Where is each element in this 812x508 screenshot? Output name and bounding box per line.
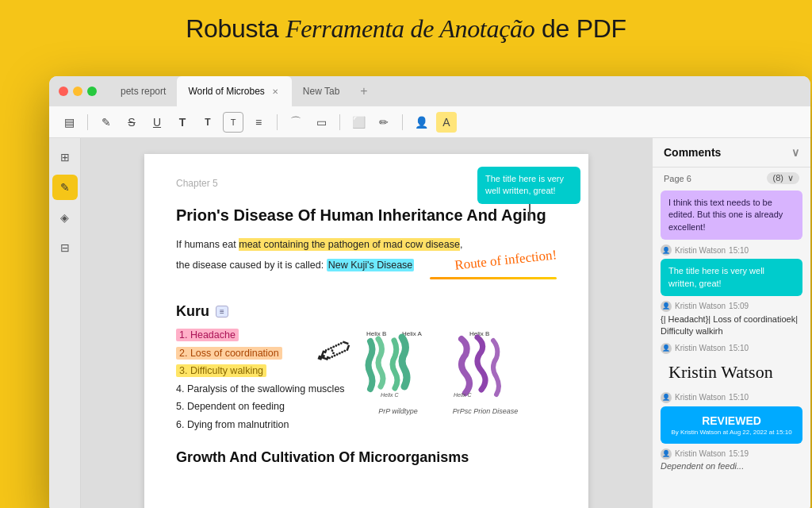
toolbar-text-t2-icon[interactable]: T (197, 112, 218, 133)
protein-prion-label: PrPsc Prion Disease (446, 407, 525, 415)
left-sidebar: ⊞ ✎ ◈ ⊟ (49, 138, 81, 508)
comments-title: Comments (664, 146, 721, 159)
list-item-5: 5. Dependent on feeding (176, 398, 350, 416)
section-heading-kuru: Kuru ≡ (176, 303, 557, 320)
tab-new-tab[interactable]: New Tab (292, 76, 350, 106)
toolbar-strikethrough-icon[interactable]: S (121, 112, 142, 133)
toolbar-separator-2 (277, 114, 278, 130)
protein-diagram-area: 🖊 Helix B Helix A Helix (358, 326, 557, 433)
author-avatar-3: 👤 (661, 343, 672, 354)
toolbar-user-icon[interactable]: 👤 (411, 112, 431, 133)
comment-meta-4: 👤 Kristin Watson 15:10 (661, 392, 802, 403)
section1-text: Kuru (176, 303, 209, 320)
comment-meta-5: 👤 Kristin Watson 15:19 (661, 448, 802, 460)
pdf-area[interactable]: The title here is very well written, gre… (81, 138, 652, 508)
svg-text:Helix B: Helix B (366, 330, 386, 337)
author-avatar-4: 👤 (661, 392, 672, 403)
paragraph1-pre: If humans eat (176, 239, 239, 250)
protein-wildtype-label: PrP wildtype (358, 407, 438, 415)
author-time-4: 15:10 (729, 393, 749, 402)
toolbar-square-icon[interactable]: ⬜ (348, 112, 369, 133)
author-name-3: Kristin Watson (675, 344, 726, 352)
svg-text:Helix C: Helix C (454, 392, 473, 398)
comment-body-3: {| Headacht}| Loss of coordinatioek| Dif… (661, 314, 802, 338)
route-underline (430, 277, 557, 279)
pdf-paragraph2: the disease caused by it is called: New … (176, 257, 557, 273)
section2-heading: Growth And Cultivation Of Microorganisms (176, 449, 557, 466)
author-name-2: Kristin Watson (675, 302, 726, 310)
page-section: Page 6 (8) ∨ (653, 167, 810, 187)
banner-prefix: Robusta (186, 14, 285, 43)
toolbar-text-t-icon[interactable]: T (172, 112, 193, 133)
toolbar-text-icon[interactable]: ▤ (59, 112, 79, 133)
maximize-button[interactable] (87, 87, 97, 96)
reviewed-badge: REVIEWED By Kristin Watson at Aug 22, 20… (661, 406, 802, 444)
toolbar-pen-icon[interactable]: ✎ (96, 112, 117, 133)
list-item-6: 6. Dying from malnutrition (176, 416, 350, 434)
toolbar-arc-icon[interactable]: ⌒ (285, 112, 306, 133)
toolbar-separator-3 (339, 114, 340, 130)
comments-header: Comments ∨ (653, 138, 810, 167)
toolbar-text-t3-icon[interactable]: T (223, 112, 243, 133)
tab-close-icon[interactable]: ✕ (270, 86, 281, 97)
sidebar-pages-icon[interactable]: ⊟ (52, 235, 78, 260)
author-time-3: 15:10 (729, 344, 749, 352)
svg-text:Helix C: Helix C (381, 392, 400, 398)
pdf-page: The title here is very well written, gre… (144, 154, 588, 508)
tab-pets-report[interactable]: pets report (109, 76, 177, 106)
comment-card-1: I think this text needs to be edited. Bu… (661, 190, 802, 240)
toolbar-list-icon[interactable]: ≡ (248, 112, 269, 133)
tab-pets-label: pets report (121, 86, 166, 97)
protein-wildtype: Helix B Helix A Helix C PrP wildtype (358, 329, 438, 415)
sidebar-annotate-icon[interactable]: ✎ (52, 175, 78, 200)
page-label: Page 6 (664, 174, 691, 183)
comment-card-2: The title here is very well written, gre… (661, 259, 802, 296)
author-avatar-5: 👤 (661, 448, 672, 460)
comment-meta-2: 👤 Kristin Watson 15:09 (661, 301, 802, 312)
banner-italic: Ferramenta de Anotação (285, 14, 535, 43)
author-avatar-1: 👤 (661, 244, 672, 256)
tab-microbes-label: World of Microbes (188, 86, 264, 97)
paragraph2-highlight: New Kuji's Disease (327, 259, 415, 271)
pdf-title: Prion's Disease Of Human Inheritance And… (176, 205, 557, 225)
banner-text: Robusta Ferramenta de Anotação de PDF (0, 0, 812, 55)
toolbar-edit-icon[interactable]: ✏ (373, 112, 394, 133)
callout-bubble: The title here is very well written, gre… (477, 167, 580, 204)
toolbar-separator-1 (87, 114, 88, 130)
close-button[interactable] (59, 87, 68, 96)
toolbar-shape-icon[interactable]: ▭ (311, 112, 331, 133)
tab-world-of-microbes[interactable]: World of Microbes ✕ (177, 76, 291, 106)
toolbar: ▤ ✎ S U T T T ≡ ⌒ ▭ ⬜ ✏ 👤 A (49, 106, 810, 138)
comments-panel: Comments ∨ Page 6 (8) ∨ I think this tex… (652, 138, 810, 508)
comment-text-2: The title here is very well written, gre… (668, 266, 764, 287)
minimize-button[interactable] (73, 87, 82, 96)
note-icon: ≡ (216, 306, 228, 318)
titlebar: pets report World of Microbes ✕ New Tab … (49, 76, 810, 106)
reviewed-label: REVIEWED (668, 414, 795, 427)
author-time-2: 15:09 (729, 302, 749, 310)
list-and-diagram: 1. Headache 2. Loss of coordination 3. D… (176, 326, 557, 433)
banner-suffix: de PDF (534, 14, 626, 43)
signature-block: Kristin Watson (661, 357, 802, 387)
author-avatar-2: 👤 (661, 301, 672, 312)
author-time-1: 15:10 (729, 246, 749, 255)
app-window: pets report World of Microbes ✕ New Tab … (49, 76, 810, 508)
comments-expand-icon[interactable]: ∨ (791, 146, 799, 159)
toolbar-highlight-icon[interactable]: A (436, 112, 457, 133)
author-time-5: 15:19 (729, 449, 749, 458)
sidebar-layers-icon[interactable]: ◈ (52, 205, 78, 230)
comment-meta-3: 👤 Kristin Watson 15:10 (661, 343, 802, 354)
sidebar-grid-icon[interactable]: ⊞ (52, 144, 78, 170)
page-section-chevron[interactable]: ∨ (787, 173, 794, 183)
comment-body-5: Dependent on feedi... (661, 461, 802, 471)
author-name-5: Kristin Watson (675, 449, 726, 458)
protein-prion: Helix B Helix C PrPsc Prion Disease (446, 329, 525, 415)
author-name-1: Kristin Watson (675, 246, 726, 255)
comment-meta-1: 👤 Kristin Watson 15:10 (661, 244, 802, 256)
toolbar-underline-icon[interactable]: U (147, 112, 167, 133)
callout-text: The title here is very well written, gre… (485, 174, 564, 195)
author-name-4: Kristin Watson (675, 393, 726, 402)
paragraph2-pre: the disease caused by it is called: (176, 260, 327, 271)
new-tab-button[interactable]: + (354, 81, 373, 102)
traffic-lights (59, 87, 97, 96)
